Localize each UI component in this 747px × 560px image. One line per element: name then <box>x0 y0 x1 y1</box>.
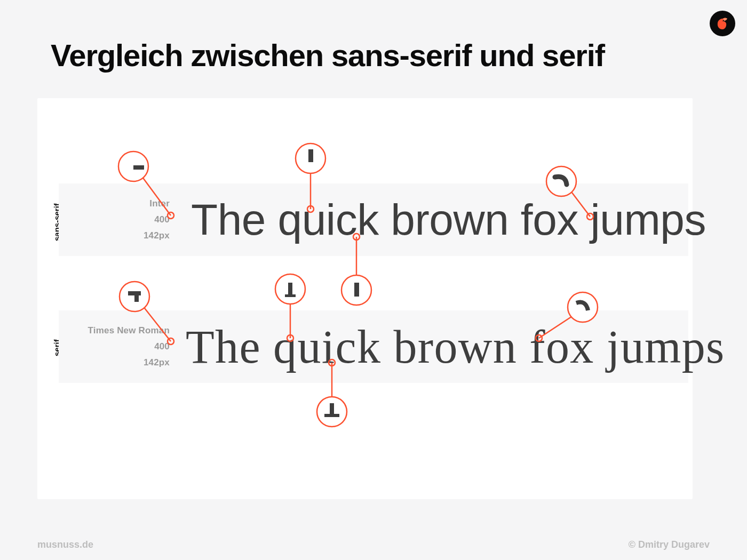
comparison-card: sans-serif serif Inter 400 142px The qui… <box>37 98 693 499</box>
font-size: 142px <box>144 355 170 371</box>
svg-rect-7 <box>308 149 313 162</box>
font-name: Inter <box>149 196 170 212</box>
footer-right: © Dmitry Dugarev <box>629 539 710 550</box>
brand-logo <box>710 11 735 36</box>
footer-left: musnuss.de <box>37 539 93 550</box>
svg-point-2 <box>118 151 148 181</box>
svg-point-28 <box>317 397 347 427</box>
svg-rect-22 <box>285 294 296 297</box>
svg-rect-30 <box>324 414 339 417</box>
svg-point-20 <box>275 274 305 304</box>
svg-rect-29 <box>330 403 334 415</box>
svg-point-17 <box>120 282 149 311</box>
font-meta-sans: Inter 400 142px <box>59 183 174 256</box>
font-meta-serif: Times New Roman 400 142px <box>59 310 174 383</box>
svg-rect-21 <box>288 283 292 297</box>
font-name: Times New Roman <box>88 323 170 339</box>
callout-overlay <box>37 98 693 499</box>
sample-row-serif: Times New Roman 400 142px The quick brow… <box>59 310 688 383</box>
font-weight: 400 <box>154 212 170 228</box>
sample-text-serif: The quick brown fox jumps <box>186 320 725 374</box>
nut-icon <box>715 16 730 31</box>
font-weight: 400 <box>154 339 170 355</box>
svg-point-6 <box>296 143 325 173</box>
font-size: 142px <box>144 228 170 244</box>
page-title: Vergleich zwischen sans-serif und serif <box>51 37 605 73</box>
svg-point-13 <box>341 275 371 305</box>
stage: Vergleich zwischen sans-serif und serif … <box>0 0 747 560</box>
sample-row-sans: Inter 400 142px The quick brown fox jump… <box>59 183 688 256</box>
svg-rect-3 <box>133 165 144 170</box>
svg-rect-14 <box>354 283 359 297</box>
sample-text-sans: The quick brown fox jumps <box>191 195 706 245</box>
